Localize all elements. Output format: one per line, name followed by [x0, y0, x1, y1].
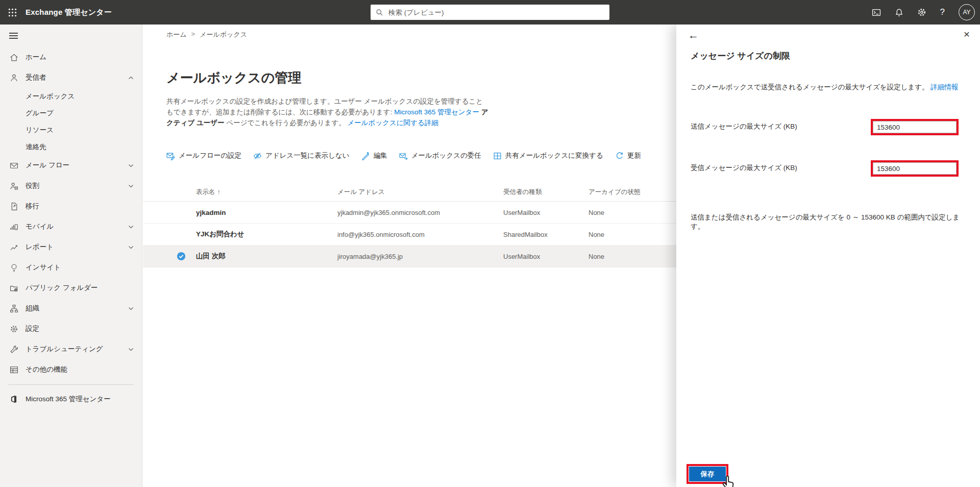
breadcrumb-current: メールボックス — [200, 30, 247, 39]
sidebar-item-organization[interactable]: 組織 — [0, 298, 142, 319]
back-arrow-icon[interactable]: ← — [688, 29, 699, 41]
sidebar-item-reports[interactable]: レポート — [0, 237, 142, 257]
mail-icon — [9, 161, 18, 170]
received-message-size-input[interactable] — [873, 162, 957, 175]
sidebar-item-label: 役割 — [26, 181, 39, 190]
sidebar-item-resources[interactable]: リソース — [0, 121, 142, 138]
learn-more-link[interactable]: 詳細情報 — [930, 83, 958, 91]
app-launcher-waffle-icon[interactable] — [0, 0, 24, 25]
chevron-down-icon — [128, 246, 134, 249]
hide-from-address-list-button[interactable]: アドレス一覧に表示しない — [253, 151, 350, 160]
chevron-down-icon — [128, 164, 134, 167]
mailbox-delegation-button[interactable]: メールボックスの委任 — [399, 151, 481, 160]
sidebar-item-label: 組織 — [26, 304, 39, 313]
close-icon[interactable]: × — [964, 28, 970, 40]
settings-button[interactable] — [917, 8, 926, 17]
convert-mailbox-icon — [493, 152, 502, 160]
person-badge-icon — [9, 182, 18, 190]
column-header-display-name[interactable]: 表示名↑ — [196, 188, 337, 197]
sidebar-item-label: 受信者 — [26, 73, 46, 82]
sidebar-item-home[interactable]: ホーム — [0, 47, 142, 67]
learn-about-mailboxes-link[interactable]: メールボックスに関する詳細 — [347, 119, 438, 127]
search-input[interactable] — [387, 8, 604, 17]
selected-check-icon[interactable] — [177, 252, 186, 261]
convert-to-shared-mailbox-button[interactable]: 共有メールボックスに変換する — [493, 151, 603, 160]
sidebar-item-mailboxes[interactable]: メールボックス — [0, 88, 142, 105]
sidebar-item-label: モバイル — [26, 222, 54, 231]
sidebar-item-mail-flow[interactable]: メール フロー — [0, 155, 142, 176]
sidebar-item-groups[interactable]: グループ — [0, 105, 142, 121]
breadcrumb-home-link[interactable]: ホーム — [166, 30, 187, 39]
sidebar-item-label: パブリック フォルダー — [26, 283, 98, 293]
sidebar-item-insights[interactable]: インサイト — [0, 257, 142, 278]
row-display-name: 山田 次郎 — [196, 252, 337, 261]
notifications-button[interactable] — [895, 8, 903, 17]
sidebar-item-public-folders[interactable]: パブリック フォルダー — [0, 278, 142, 298]
sidebar-item-mobile[interactable]: モバイル — [0, 216, 142, 237]
toolbar-label: メールボックスの委任 — [411, 151, 481, 160]
public-folder-icon — [9, 284, 18, 293]
sort-ascending-icon: ↑ — [217, 188, 220, 196]
sidebar-divider — [8, 384, 134, 385]
row-display-name: yjkadmin — [196, 209, 337, 216]
page-description: 共有メールボックスの設定を作成および管理します。ユーザー メールボックスの設定を… — [166, 96, 489, 128]
hamburger-icon — [9, 31, 18, 40]
top-app-bar: Exchange 管理センター ? AY — [0, 0, 980, 25]
mobile-devices-icon — [9, 223, 18, 231]
sent-message-size-input[interactable] — [873, 121, 957, 133]
nav-collapse-button[interactable] — [0, 25, 142, 47]
breadcrumb-separator: > — [191, 30, 195, 39]
sidebar-item-recipients[interactable]: 受信者 — [0, 67, 142, 88]
m365-admin-center-link[interactable]: Microsoft 365 管理センター — [394, 108, 479, 116]
sidebar-item-label: グループ — [26, 109, 54, 118]
toolbar-label: メールフローの設定 — [179, 151, 241, 160]
help-button[interactable]: ? — [940, 7, 945, 17]
eye-hide-icon — [253, 152, 262, 160]
toolbar-label: 共有メールボックスに変換する — [505, 151, 603, 160]
sidebar-item-other-features[interactable]: その他の機能 — [0, 359, 142, 380]
sidebar-item-label: メール フロー — [26, 161, 69, 170]
mail-delegate-icon — [399, 152, 408, 160]
column-header-email[interactable]: メール アドレス — [337, 188, 503, 197]
mail-settings-icon — [166, 152, 175, 160]
sidebar-item-label: Microsoft 365 管理センター — [26, 395, 111, 404]
sidebar-item-contacts[interactable]: 連絡先 — [0, 138, 142, 155]
account-avatar[interactable]: AY — [959, 4, 975, 20]
row-email: info@yjk365.onmicrosoft.com — [337, 231, 503, 238]
sidebar-item-roles[interactable]: 役割 — [0, 176, 142, 196]
waffle-icon — [8, 8, 17, 17]
row-recipient-type: SharedMailbox — [503, 231, 589, 238]
panel-description: このメールボックスで送受信されるメッセージの最大サイズを設定します。 詳細情報 — [691, 83, 958, 92]
toolbar-label: 編集 — [374, 151, 387, 160]
app-title: Exchange 管理センター — [26, 8, 112, 17]
size-range-note: 送信または受信されるメッセージの最大サイズを 0 ～ 153600 KB の範囲… — [691, 213, 966, 231]
sidebar-item-settings[interactable]: 設定 — [0, 319, 142, 339]
sidebar-item-migration[interactable]: 移行 — [0, 196, 142, 216]
sidebar-item-label: 移行 — [26, 202, 39, 211]
refresh-button[interactable]: 更新 — [615, 151, 641, 160]
chevron-down-icon — [128, 348, 134, 351]
chevron-down-icon — [128, 307, 134, 310]
left-navigation: ホーム 受信者 メールボックス グループ リソース 連絡先 メール フロー 役割… — [0, 25, 142, 487]
description-text: ページでこれを行う必要があります。 — [226, 119, 345, 127]
terminal-icon — [872, 8, 881, 17]
column-header-recipient-type[interactable]: 受信者の種類 — [503, 188, 589, 197]
cloud-shell-button[interactable] — [872, 8, 881, 17]
sidebar-item-m365-admin-center[interactable]: Microsoft 365 管理センター — [0, 389, 142, 409]
pencil-icon — [361, 152, 370, 160]
edit-button[interactable]: 編集 — [361, 151, 387, 160]
global-search[interactable] — [371, 5, 609, 20]
wrench-icon — [9, 345, 18, 354]
row-recipient-type: UserMailbox — [503, 253, 589, 260]
sent-size-highlight-box — [871, 119, 959, 135]
chevron-down-icon — [128, 225, 134, 229]
page-title: メールボックスの管理 — [166, 69, 301, 87]
gear-icon — [9, 325, 18, 333]
row-display-name: YJKお問合わせ — [196, 230, 337, 239]
row-email: yjkadmin@yjk365.onmicrosoft.com — [337, 209, 503, 216]
sidebar-item-troubleshooting[interactable]: トラブルシューティング — [0, 339, 142, 359]
person-icon — [9, 74, 18, 82]
sidebar-item-label: インサイト — [26, 263, 61, 272]
mail-flow-settings-button[interactable]: メールフローの設定 — [166, 151, 241, 160]
lightbulb-icon — [9, 263, 18, 272]
